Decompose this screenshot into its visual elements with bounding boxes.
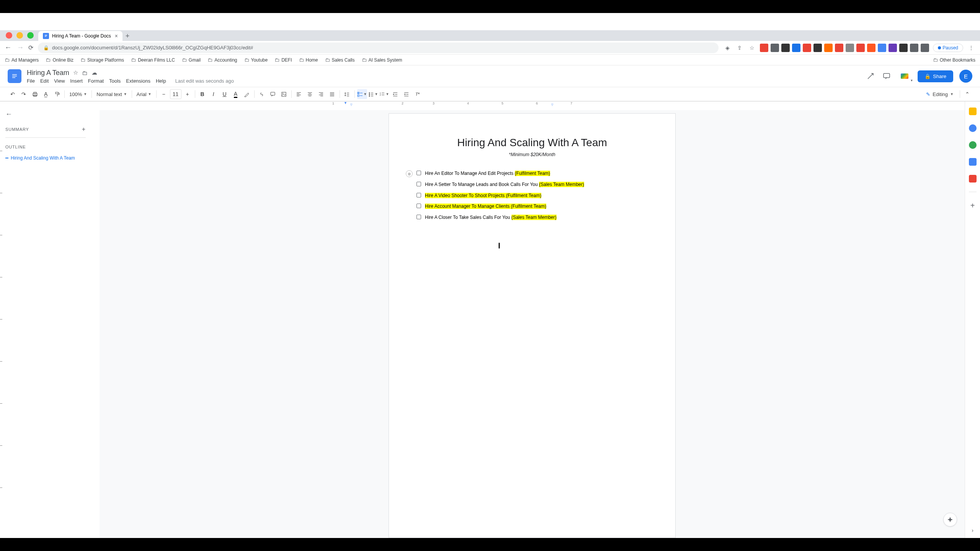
user-avatar[interactable]: E — [959, 70, 972, 83]
hide-panel-button[interactable]: › — [972, 527, 973, 533]
underline-button[interactable]: U — [220, 89, 230, 99]
extension-icon[interactable] — [824, 44, 833, 52]
extension-icon[interactable] — [921, 44, 929, 52]
add-summary-button[interactable]: + — [82, 126, 86, 133]
checklist-button[interactable]: ▼ — [357, 89, 367, 99]
mac-close-button[interactable] — [6, 32, 12, 39]
mac-fullscreen-button[interactable] — [27, 32, 34, 39]
checkbox[interactable] — [416, 171, 421, 175]
tasks-panel-icon[interactable] — [969, 141, 977, 149]
insert-comment-button[interactable] — [268, 89, 278, 99]
redo-button[interactable]: ↷ — [19, 89, 29, 99]
align-justify-button[interactable] — [327, 89, 337, 99]
meet-button[interactable]: ▼ — [898, 69, 911, 83]
share-button[interactable]: 🔒 Share — [918, 70, 953, 82]
menu-edit[interactable]: Edit — [40, 78, 49, 84]
clear-formatting-button[interactable]: T — [413, 89, 423, 99]
menu-tools[interactable]: Tools — [109, 78, 121, 84]
spellcheck-button[interactable]: A̲ — [41, 89, 51, 99]
font-size-input[interactable]: 11 — [170, 89, 181, 99]
paint-format-button[interactable] — [52, 89, 62, 99]
insert-link-button[interactable] — [257, 89, 267, 99]
mac-window-controls[interactable] — [6, 32, 34, 39]
zoom-select[interactable]: 100%▼ — [67, 91, 89, 97]
line-spacing-button[interactable] — [342, 89, 352, 99]
bookmark-item[interactable]: 🗀Online Biz — [46, 57, 74, 63]
insert-image-button[interactable] — [279, 89, 289, 99]
gcast-icon[interactable]: ◈ — [723, 44, 732, 52]
tab-close-icon[interactable]: × — [115, 33, 118, 39]
smart-chip-icon[interactable]: ⊕ — [406, 170, 413, 177]
maps-panel-icon[interactable] — [969, 175, 977, 183]
star-document-icon[interactable]: ☆ — [73, 69, 78, 76]
paragraph-style-select[interactable]: Normal text▼ — [94, 91, 129, 97]
collapse-toolbar-button[interactable]: ⌃ — [962, 89, 972, 99]
browser-tab[interactable]: Hiring A Team - Google Docs × — [38, 31, 122, 41]
menu-extensions[interactable]: Extensions — [126, 78, 150, 84]
outline-heading-link[interactable]: Hiring And Scaling With A Team — [5, 154, 97, 162]
document-heading[interactable]: Hiring And Scaling With A Team — [416, 137, 648, 149]
document-canvas[interactable]: Hiring And Scaling With A Team *Minimum … — [100, 110, 965, 538]
collapse-outline-icon[interactable]: ← — [5, 110, 97, 118]
extension-icon[interactable] — [910, 44, 918, 52]
checklist-item[interactable]: Hire A Setter To Manage Leads and Book C… — [416, 181, 648, 188]
font-select[interactable]: Arial▼ — [134, 91, 154, 97]
other-bookmarks[interactable]: 🗀 Other Bookmarks — [933, 57, 975, 63]
extension-icon[interactable] — [878, 44, 886, 52]
bookmark-item[interactable]: 🗀Youtube — [244, 57, 268, 63]
bookmark-item[interactable]: 🗀Deeran Films LLC — [131, 57, 175, 63]
explore-button[interactable] — [943, 513, 957, 527]
checklist-item[interactable]: Hire A Video Shooter To Shoot Projects (… — [416, 192, 648, 199]
bookmark-item[interactable]: 🗀AI Sales System — [362, 57, 402, 63]
extension-icon[interactable] — [889, 44, 897, 52]
extension-icon[interactable] — [771, 44, 779, 52]
editing-mode-button[interactable]: ✎ Editing ▼ — [922, 90, 957, 99]
checklist-item[interactable]: Hire Account Manager To Manage Clients (… — [416, 203, 648, 210]
keep-panel-icon[interactable] — [969, 124, 977, 132]
highlight-color-button[interactable] — [242, 89, 252, 99]
checkbox[interactable] — [416, 193, 421, 197]
bookmark-item[interactable]: 🗀DEFI — [274, 57, 292, 63]
bookmark-item[interactable]: 🗀Accounting — [207, 57, 237, 63]
document-page[interactable]: Hiring And Scaling With A Team *Minimum … — [389, 113, 676, 538]
increase-indent-button[interactable] — [402, 89, 412, 99]
font-size-decrease[interactable]: − — [159, 89, 169, 99]
url-field[interactable]: 🔒 docs.google.com/document/d/1RanszUj_ZW… — [38, 42, 719, 53]
document-subtitle[interactable]: *Minimum $20K/Month — [416, 152, 648, 157]
align-center-button[interactable] — [305, 89, 315, 99]
extension-icon[interactable] — [835, 44, 843, 52]
new-tab-button[interactable]: + — [122, 31, 132, 41]
undo-button[interactable]: ↶ — [8, 89, 18, 99]
extension-icon[interactable] — [803, 44, 811, 52]
print-button[interactable] — [30, 89, 40, 99]
text-color-button[interactable]: A — [231, 89, 241, 99]
extension-icon[interactable] — [813, 44, 822, 52]
browser-menu-icon[interactable]: ⋮ — [967, 44, 975, 52]
calendar-panel-icon[interactable] — [969, 108, 977, 115]
font-size-increase[interactable]: + — [183, 89, 193, 99]
bookmark-item[interactable]: 🗀Home — [299, 57, 318, 63]
align-right-button[interactable] — [316, 89, 326, 99]
ruler[interactable]: 1 2 3 4 5 6 7 ▼ ▽ ▽ — [100, 101, 965, 108]
mac-minimize-button[interactable] — [16, 32, 23, 39]
extension-icon[interactable] — [856, 44, 865, 52]
numbered-list-button[interactable]: 12 ▼ — [379, 89, 389, 99]
star-icon[interactable]: ☆ — [748, 44, 756, 52]
bulleted-list-button[interactable]: ▼ — [368, 89, 378, 99]
extension-icon[interactable] — [792, 44, 800, 52]
bold-button[interactable]: B — [198, 89, 207, 99]
italic-button[interactable]: I — [209, 89, 219, 99]
checkbox[interactable] — [416, 204, 421, 208]
profile-paused-button[interactable]: Paused — [933, 44, 963, 52]
docs-logo[interactable] — [8, 69, 21, 83]
checklist-item[interactable]: ⊕Hire An Editor To Manage And Edit Proje… — [416, 170, 648, 177]
align-left-button[interactable] — [294, 89, 304, 99]
extension-icon[interactable] — [760, 44, 768, 52]
checklist-item[interactable]: Hire A Closer To Take Sales Calls For Yo… — [416, 214, 648, 221]
decrease-indent-button[interactable] — [390, 89, 400, 99]
checkbox[interactable] — [416, 182, 421, 186]
extension-icon[interactable] — [867, 44, 875, 52]
move-document-icon[interactable]: 🗀 — [82, 70, 88, 76]
document-title[interactable]: Hiring A Team — [27, 69, 69, 77]
bookmark-item[interactable]: 🗀Gmail — [182, 57, 201, 63]
